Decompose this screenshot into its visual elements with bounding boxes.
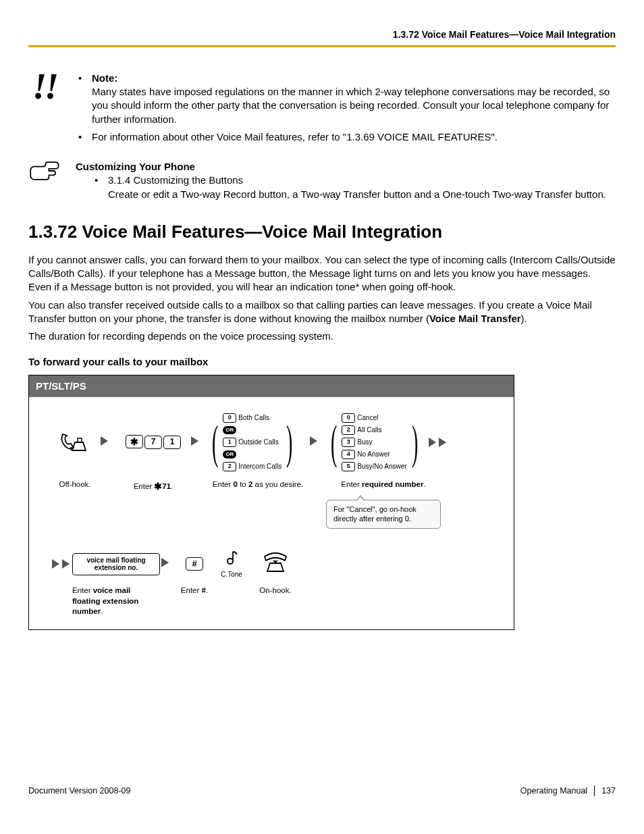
arrow-icon	[101, 436, 108, 446]
key-1b: 1	[223, 438, 236, 447]
ext-number-box: voice mail floatingextension no.	[72, 553, 160, 575]
brace-left-icon: (	[212, 425, 218, 459]
arrow-icon	[439, 438, 446, 447]
brace-right-icon: )	[286, 425, 292, 459]
key-4: 4	[342, 450, 355, 459]
brace-right-icon: )	[412, 425, 418, 459]
caption-enterext: Enter voice mail floating extension numb…	[72, 585, 160, 617]
section-para-3: The duration for recording depends on th…	[28, 330, 616, 343]
footer-manual-label: Operating Manual	[520, 785, 587, 797]
section-para-1: If you cannot answer calls, you can forw…	[28, 253, 616, 294]
key-pound: #	[186, 557, 203, 571]
customize-block: Customizing Your Phone 3.1.4 Customizing…	[28, 160, 616, 201]
customize-item: 3.1.4 Customizing the Buttons Create or …	[92, 174, 616, 201]
running-header: 1.3.72 Voice Mail Features—Voice Mail In…	[28, 28, 616, 41]
exclaim-icon: !!	[28, 72, 76, 103]
key-0b: 0	[342, 413, 355, 423]
note-body: Many states have imposed regulations on …	[92, 86, 610, 125]
header-rule	[28, 45, 616, 47]
brace-left-icon: (	[331, 425, 337, 459]
arrow-icon	[429, 438, 436, 447]
arrow-icon	[310, 436, 317, 446]
key-1: 1	[163, 436, 181, 449]
arrow-icon	[161, 558, 169, 567]
arrow-icon	[52, 559, 59, 569]
caption-enterpound: Enter #.	[178, 585, 211, 617]
page-footer: Document Version 2008-09 Operating Manua…	[28, 785, 616, 799]
footer-separator	[594, 785, 595, 796]
caption-enterreq: Enter required number.	[326, 479, 441, 490]
offhook-phone-icon	[59, 427, 91, 454]
procedure-subhead: To forward your calls to your mailbox	[28, 355, 616, 369]
note-block: !! Note: Many states have imposed regula…	[28, 72, 616, 148]
caption-enter02: Enter 0 to 2 as you desire.	[207, 479, 308, 529]
caption-onhook: On-hook.	[252, 585, 299, 617]
arrow-icon	[191, 436, 198, 446]
or-pill: OR	[223, 426, 236, 434]
onhook-phone-icon	[261, 551, 290, 574]
footer-page-number: 137	[601, 785, 616, 797]
key-5: 5	[342, 462, 355, 471]
key-star: ✱	[126, 435, 143, 448]
note-item-1: Note: Many states have imposed regulatio…	[76, 72, 616, 126]
note-item-2: For information about other Voice Mail f…	[76, 130, 616, 144]
procedure-diagram: PT/SLT/PS ✱71 ( 0Bo	[28, 375, 514, 630]
section-title: 1.3.72 Voice Mail Features—Voice Mail In…	[28, 220, 616, 244]
arrow-icon	[62, 559, 70, 569]
caption-offhook: Off-hook.	[51, 479, 99, 529]
customize-heading: Customizing Your Phone	[76, 160, 616, 174]
caption-enter71: Enter ✱71.	[117, 479, 190, 529]
section-para-2: You can also transfer received outside c…	[28, 298, 616, 326]
pointing-hand-icon	[28, 160, 61, 182]
key-2b: 2	[342, 425, 355, 435]
cancel-note-bubble: For "Cancel", go on-hook directly after …	[326, 500, 441, 529]
or-pill: OR	[223, 450, 236, 459]
key-0: 0	[223, 413, 236, 423]
key-7: 7	[144, 436, 162, 449]
key-3: 3	[342, 438, 355, 447]
confirmation-tone-icon	[223, 549, 240, 567]
footer-doc-version: Document Version 2008-09	[28, 785, 130, 797]
note-label: Note:	[92, 72, 117, 84]
key-2: 2	[223, 462, 236, 471]
ctone-label: C.Tone	[211, 570, 252, 579]
diagram-header: PT/SLT/PS	[29, 375, 514, 397]
